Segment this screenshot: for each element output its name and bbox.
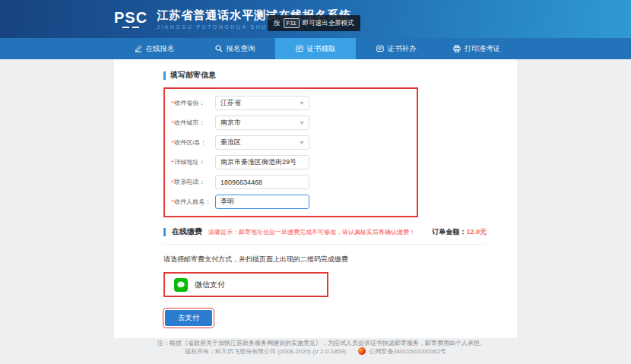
tab-label: 报名查询 (227, 44, 255, 54)
order-amount-value: 12.0元 (466, 228, 487, 236)
security-record-text: 公网安备34011502000362号 (369, 347, 446, 356)
tab-registration-query[interactable]: 报名查询 (195, 38, 275, 59)
tab-certificate-reissue[interactable]: 证书补办 (356, 38, 436, 59)
psc-logo: PSC (114, 10, 147, 28)
city-value: 南京市 (220, 118, 241, 128)
f11-keycap: F11 (284, 18, 300, 28)
form-row-address: *详细地址： (171, 155, 417, 169)
psc-logo-text: PSC (114, 10, 147, 25)
tab-label: 打印准考证 (465, 44, 501, 54)
field-label: 收件省份： (174, 100, 205, 106)
nav-bar: 在线报名 报名查询 证书领取 证书补办 打印准考证 (0, 38, 631, 59)
required-marker: * (171, 179, 173, 185)
field-label: 联系电话： (174, 179, 205, 185)
go-pay-button[interactable]: 去支付 (165, 310, 212, 326)
header: PSC 江苏省普通话水平测试在线报名系统 JIANGSU PUTONGHUA S… (0, 0, 631, 38)
field-label: 收件区/县： (174, 139, 206, 146)
order-amount: 订单金额：12.0元 (432, 227, 487, 237)
form-row-city: *收件城市： 南京市 (171, 116, 417, 130)
phone-input[interactable] (215, 175, 309, 189)
chevron-down-icon (300, 141, 304, 144)
field-label: 详细地址： (174, 159, 205, 166)
mail-section-title: 填写邮寄信息 (163, 70, 487, 81)
tab-label: 证书补办 (388, 44, 417, 54)
payment-instruction: 请选择邮寄费支付方式，并扫描页面上出现的二维码完成缴费 (163, 255, 487, 264)
section-bar (163, 228, 166, 236)
city-select[interactable]: 南京市 (215, 116, 309, 130)
fullscreen-tip-suffix: 即可退出全屏模式 (303, 19, 354, 28)
search-icon (215, 45, 223, 52)
chevron-down-icon (300, 102, 304, 105)
tab-label: 证书领取 (307, 44, 336, 54)
printer-icon (453, 45, 461, 52)
district-select[interactable]: 秦淮区 (215, 135, 309, 150)
chevron-down-icon (300, 122, 304, 125)
form-row-phone: *联系电话： (171, 175, 417, 189)
form-row-province: *收件省份： 江苏省 (171, 96, 417, 110)
province-value: 江苏省 (220, 98, 241, 108)
recipient-name-input[interactable] (215, 195, 309, 209)
order-amount-label: 订单金额： (432, 228, 466, 236)
public-security-badge-icon (358, 347, 366, 355)
payment-section-header: 在线缴费 温馨提示：邮寄地址信息一旦缴费完成不可修改，请认真核实后再确认缴费！ … (163, 226, 487, 245)
security-record-link[interactable]: 公网安备34011502000362号 (358, 347, 446, 356)
payment-section-title: 在线缴费 (172, 226, 202, 237)
required-marker: * (171, 100, 173, 106)
certificate-icon (296, 45, 303, 52)
tab-certificate-collection[interactable]: 证书领取 (275, 38, 356, 59)
pay-button-highlight: 去支付 (165, 309, 212, 326)
required-marker: * (171, 119, 173, 126)
province-select[interactable]: 江苏省 (215, 96, 309, 110)
required-marker: * (171, 139, 173, 146)
tab-label: 在线报名 (146, 44, 175, 54)
field-label: 收件城市： (174, 119, 205, 126)
address-input[interactable] (215, 155, 309, 169)
psc-logo-dashes (122, 27, 139, 28)
required-marker: * (171, 198, 173, 205)
copyright-text: 版权所有：科大讯飞股份有限公司 (2008-2020) (V 2.0.1859) (185, 347, 346, 356)
field-label: 收件人姓名： (174, 198, 211, 205)
tab-print-admission-ticket[interactable]: 打印准考证 (436, 38, 517, 59)
section-bar (163, 71, 166, 80)
district-value: 秦淮区 (220, 138, 241, 147)
tab-online-registration[interactable]: 在线报名 (114, 38, 195, 59)
certificate-reissue-icon (376, 45, 384, 52)
edit-icon (135, 45, 142, 52)
payment-warning-text: 温馨提示：邮寄地址信息一旦缴费完成不可修改，请认真核实后再确认缴费！ (208, 228, 415, 236)
main-area: 填写邮寄信息 *收件省份： 江苏省 *收件城市： 南京市 *收件区/县： (0, 59, 631, 338)
wechat-pay-label: 微信支付 (195, 280, 225, 290)
mail-form-highlight-box: *收件省份： 江苏省 *收件城市： 南京市 *收件区/县： 秦淮区 (163, 87, 418, 217)
form-row-district: *收件区/县： 秦淮区 (171, 135, 417, 150)
legal-note: 注：根据《省政府关于加快江苏政务服务网建设的实施意见》，为应试人员提供证书快递邮… (157, 339, 487, 347)
content-card: 填写邮寄信息 *收件省份： 江苏省 *收件城市： 南京市 *收件区/县： (114, 59, 517, 338)
fullscreen-tip-prefix: 按 (274, 19, 281, 28)
form-row-recipient-name: *收件人姓名： (171, 195, 417, 209)
wechat-icon (174, 278, 188, 292)
wechat-pay-option[interactable]: 微信支付 (163, 272, 328, 297)
required-marker: * (171, 159, 173, 166)
fullscreen-tooltip: 按 F11 即可退出全屏模式 (268, 15, 360, 31)
